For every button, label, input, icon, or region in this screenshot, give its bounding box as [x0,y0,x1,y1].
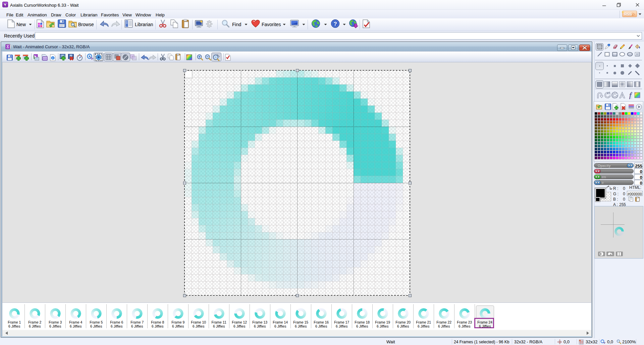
svg-text:?: ? [333,21,337,27]
svg-text:f: f [629,91,632,99]
